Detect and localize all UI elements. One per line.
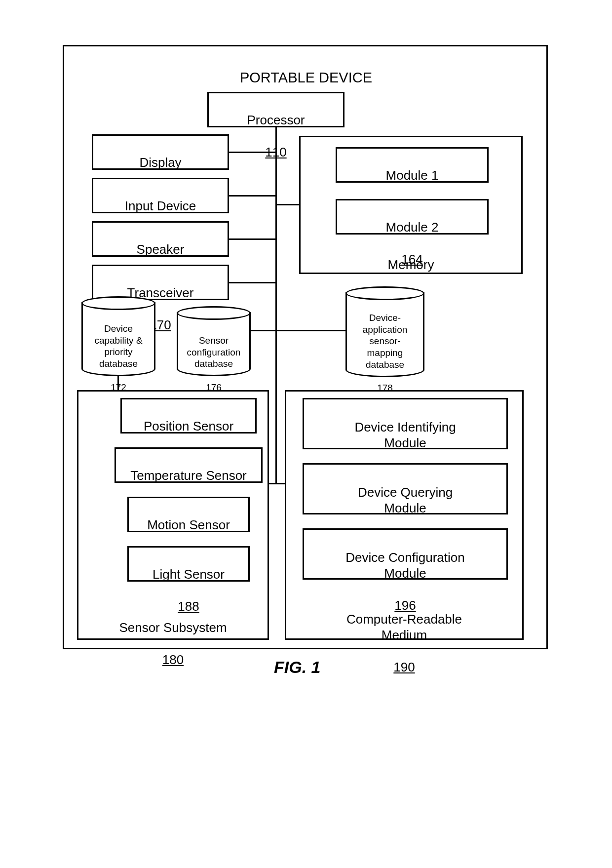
db-cfg-label: Sensor configuration database 176: [177, 323, 251, 394]
temp-sensor-title: Temperature Sensor: [130, 468, 247, 483]
db-cap-title: Device capability & priority database: [94, 323, 142, 369]
db-cfg-connector: [251, 330, 276, 331]
memory-connector: [276, 204, 300, 205]
portable-device-title: PORTABLE DEVICE: [240, 70, 372, 85]
processor-title: Processor: [247, 113, 305, 127]
figure-caption-text: FIG. 1: [274, 658, 320, 676]
input-device-connector: [229, 195, 276, 197]
db-cap-to-sensor-vert: [117, 376, 119, 391]
light-sensor-ref: 188: [178, 599, 199, 614]
dev-cfg-title: Device Configuration Module: [345, 550, 464, 581]
module2-title: Module 2: [386, 220, 439, 235]
db-map-title: Device- application sensor- mapping data…: [363, 313, 408, 370]
display-title: Display: [139, 155, 181, 170]
crm-title: Computer-Readable Medium: [346, 612, 462, 643]
sensor-subsystem-ref: 180: [162, 652, 184, 667]
input-device-title: Input Device: [125, 198, 196, 213]
figure-caption: FIG. 1: [274, 658, 320, 677]
crm-connector: [276, 483, 286, 484]
sensor-subsystem-connector: [269, 483, 276, 484]
diagram-page: PORTABLE DEVICE 100 Processor 110 Displa…: [0, 0, 612, 868]
light-sensor-title: Light Sensor: [153, 567, 225, 582]
dev-cfg-ref: 196: [394, 598, 416, 613]
dev-query-title: Device Querying Module: [358, 485, 453, 516]
sensor-subsystem-title: Sensor Subsystem: [119, 620, 227, 635]
transceiver-connector: [229, 282, 276, 283]
db-map-top: [345, 286, 424, 300]
db-map-label: Device- application sensor- mapping data…: [345, 300, 424, 394]
module1-title: Module 1: [386, 168, 439, 183]
db-map-connector: [276, 330, 346, 331]
bus-vertical: [275, 126, 277, 484]
motion-sensor-title: Motion Sensor: [147, 517, 230, 532]
speaker-title: Speaker: [137, 242, 185, 257]
dev-id-title: Device Identifying Module: [354, 420, 456, 451]
dev-cfg-label: Device Configuration Module 196: [303, 533, 508, 614]
db-cfg-title: Sensor configuration database: [187, 335, 241, 369]
display-connector: [229, 152, 276, 153]
module2-label: Module 2 164: [336, 203, 489, 267]
db-cfg-top: [177, 306, 251, 320]
pos-sensor-title: Position Sensor: [144, 419, 233, 434]
speaker-connector: [229, 238, 276, 240]
module2-ref: 164: [401, 252, 422, 267]
crm-ref: 190: [393, 660, 415, 674]
light-sensor-label: Light Sensor 188: [127, 550, 250, 614]
db-cap-top: [81, 296, 155, 310]
